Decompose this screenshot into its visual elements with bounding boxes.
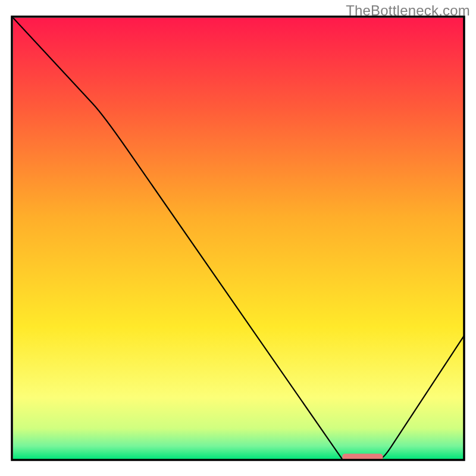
plot-background xyxy=(13,18,464,459)
chart-container: TheBottleneck.com xyxy=(0,0,476,476)
watermark-text: TheBottleneck.com xyxy=(346,2,470,19)
bottleneck-chart xyxy=(0,0,476,476)
